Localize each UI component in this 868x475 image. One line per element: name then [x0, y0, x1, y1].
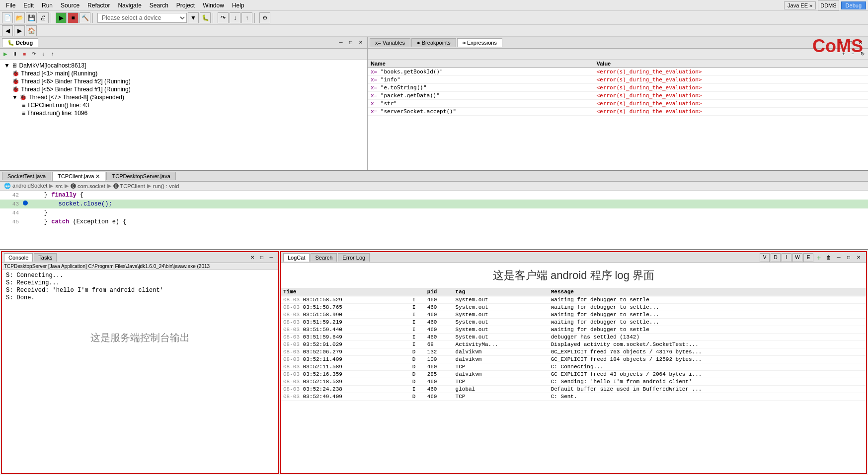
log-pid-4: 460 — [425, 326, 454, 334]
tab-console[interactable]: Console — [4, 253, 33, 262]
debug-minimize-btn[interactable]: ─ — [336, 38, 345, 47]
vars-row-3: x= "packet.getData()"<error(s)_during_th… — [368, 92, 868, 100]
logcat-error-btn[interactable]: E — [803, 253, 813, 262]
tab-tcp-client[interactable]: TCPClient.java ✕ — [52, 172, 105, 181]
log-msg-7: GC_EXPLICIT freed 763 objects / 43176 by… — [549, 348, 866, 356]
logcat-add-btn[interactable]: + — [814, 253, 823, 262]
java-ee-button[interactable]: Java EE » — [784, 1, 816, 9]
settings-button[interactable]: ⚙ — [259, 12, 270, 23]
new-button[interactable]: 📄 — [2, 12, 13, 23]
logcat-panel: LogCat Search Error Log V D I W E + 🗑 ─ … — [280, 251, 867, 474]
main-area: 🐛 Debug ─ □ ✕ ▶ ⏸ ■ ↷ ↓ ↑ ▼ — [0, 37, 868, 475]
run-button[interactable]: ▶ — [56, 12, 67, 23]
menu-source[interactable]: Source — [57, 1, 83, 10]
tree-item-tcp-run[interactable]: ≡ TCPClient.run() line: 43 — [2, 101, 365, 109]
log-tag-12: global — [454, 386, 549, 393]
tree-item-thread-8[interactable]: ▼ 🐞 Thread [<7> Thread-8] (Suspended) — [2, 93, 365, 101]
logcat-close-btn[interactable]: ✕ — [854, 253, 863, 262]
vars-toolbar: + − ↻ — [368, 49, 868, 60]
console-toolbar-btn1[interactable]: ✕ — [248, 253, 257, 262]
logcat-verbose-btn[interactable]: V — [760, 253, 770, 262]
line-bp-43[interactable] — [23, 201, 30, 207]
menu-edit[interactable]: Edit — [19, 1, 38, 10]
log-level-9: D — [410, 363, 425, 371]
console-output: S: Connecting... S: Receiving... S: Rece… — [2, 270, 278, 473]
step-over-btn[interactable]: ↷ — [29, 50, 38, 59]
tab-expressions[interactable]: ≈ Expressions — [457, 38, 502, 47]
logcat-maximize-btn[interactable]: □ — [844, 253, 853, 262]
save-button[interactable]: 💾 — [26, 12, 37, 23]
tab-search[interactable]: Search — [311, 253, 337, 262]
logcat-warn-btn[interactable]: W — [792, 253, 802, 262]
open-button[interactable]: 📂 — [14, 12, 25, 23]
step-into-btn[interactable]: ↓ — [39, 50, 48, 59]
tree-item-thread-binder1[interactable]: 🐞 Thread [<5> Binder Thread #1] (Running… — [2, 85, 365, 93]
log-pid-0: 460 — [425, 296, 454, 304]
terminate-btn[interactable]: ■ — [20, 50, 29, 59]
build-button[interactable]: 🔨 — [79, 12, 90, 23]
variables-panel: x= Variables ● Breakpoints ≈ Expressions… — [368, 37, 868, 170]
top-panels-row: 🐛 Debug ─ □ ✕ ▶ ⏸ ■ ↷ ↓ ↑ ▼ — [0, 37, 868, 171]
resume-btn[interactable]: ▶ — [1, 50, 10, 59]
console-toolbar-btn2[interactable]: □ — [257, 253, 266, 262]
tab-error-log[interactable]: Error Log — [338, 253, 370, 262]
debug-tab[interactable]: 🐛 Debug — [2, 38, 38, 47]
logcat-debug-btn[interactable]: D — [771, 253, 781, 262]
debug-maximize-btn[interactable]: □ — [346, 38, 355, 47]
menu-help[interactable]: Help — [228, 1, 248, 10]
tree-item-thread-main[interactable]: 🐞 Thread [<1> main] (Running) — [2, 69, 365, 77]
stop-button[interactable]: ■ — [68, 12, 79, 23]
step-over-button[interactable]: ↷ — [218, 12, 229, 23]
menu-window[interactable]: Window — [199, 1, 228, 10]
tab-variables[interactable]: x= Variables — [370, 38, 410, 47]
log-time-3: 08-03 03:51:59.219 — [281, 319, 410, 326]
log-tag-9: TCP — [454, 363, 549, 371]
tree-item-thread-binder2[interactable]: 🐞 Thread [<6> Binder Thread #2] (Running… — [2, 77, 365, 85]
log-time-1: 08-03 03:51:58.765 — [281, 304, 410, 311]
log-msg-0: waiting for debugger to settle — [549, 296, 866, 304]
suspend-btn[interactable]: ⏸ — [10, 50, 19, 59]
logcat-clear-btn[interactable]: 🗑 — [824, 253, 833, 262]
log-pid-6: 68 — [425, 341, 454, 348]
code-content[interactable]: 42 } finally { 43 socket.close(); 44 } 4… — [0, 191, 868, 249]
col-log-level — [410, 288, 425, 296]
logcat-info-btn[interactable]: I — [782, 253, 791, 262]
ddms-button[interactable]: DDMS — [818, 0, 839, 11]
step-into-button[interactable]: ↓ — [230, 12, 240, 23]
logcat-row-8: 08-03 03:52:11.409D100dalvikvmGC_EXPLICI… — [281, 356, 866, 363]
log-time-13: 08-03 03:52:49.409 — [281, 393, 410, 401]
menu-run[interactable]: Run — [38, 1, 57, 10]
logcat-row-13: 08-03 03:52:49.409D460TCPC: Sent. — [281, 393, 866, 401]
tab-tasks[interactable]: Tasks — [34, 253, 57, 262]
logcat-minimize-btn[interactable]: ─ — [834, 253, 843, 262]
menu-navigate[interactable]: Navigate — [114, 1, 145, 10]
logcat-row-11: 08-03 03:52:18.539D460TCPC: Sending: 'he… — [281, 378, 866, 386]
tab-breakpoints[interactable]: ● Breakpoints — [411, 38, 456, 47]
thread-binder1-label: Thread [<5> Binder Thread #1] (Running) — [21, 86, 131, 93]
menu-project[interactable]: Project — [172, 1, 199, 10]
tab-tcp-desktop[interactable]: TCPDesktopServer.java — [106, 172, 175, 180]
back-button[interactable]: ◀ — [2, 25, 13, 36]
debug-close-btn[interactable]: ✕ — [356, 38, 365, 47]
tree-item-thread-run[interactable]: ≡ Thread.run() line: 1096 — [2, 109, 365, 117]
log-time-12: 08-03 03:52:24.238 — [281, 386, 410, 393]
log-level-0: I — [410, 296, 425, 304]
menu-file[interactable]: File — [2, 1, 19, 10]
home-button[interactable]: 🏠 — [26, 25, 37, 36]
step-return-btn[interactable]: ↑ — [48, 50, 57, 59]
tree-item-dalvik[interactable]: ▼ 🖥 DalvikVM[localhost:8613] — [2, 62, 365, 69]
tab-socket-test[interactable]: SocketTest.java — [2, 172, 51, 180]
device-arrow-button[interactable]: ▼ — [188, 12, 199, 23]
breadcrumb-method: run() : void — [153, 183, 179, 189]
device-selector[interactable]: Please select a device — [97, 13, 187, 23]
tab-logcat[interactable]: LogCat — [283, 253, 310, 262]
debug-run-button[interactable]: 🐛 — [200, 12, 211, 23]
console-toolbar-btn3[interactable]: ─ — [267, 253, 276, 262]
debug-button[interactable]: Debug — [841, 1, 866, 9]
step-return-button[interactable]: ↑ — [241, 12, 252, 23]
menu-refactor[interactable]: Refactor — [83, 1, 114, 10]
menu-search[interactable]: Search — [146, 1, 172, 10]
second-toolbar: ◀ ▶ 🏠 — [0, 25, 868, 37]
print-button[interactable]: 🖨 — [38, 12, 49, 23]
forward-button[interactable]: ▶ — [14, 25, 25, 36]
